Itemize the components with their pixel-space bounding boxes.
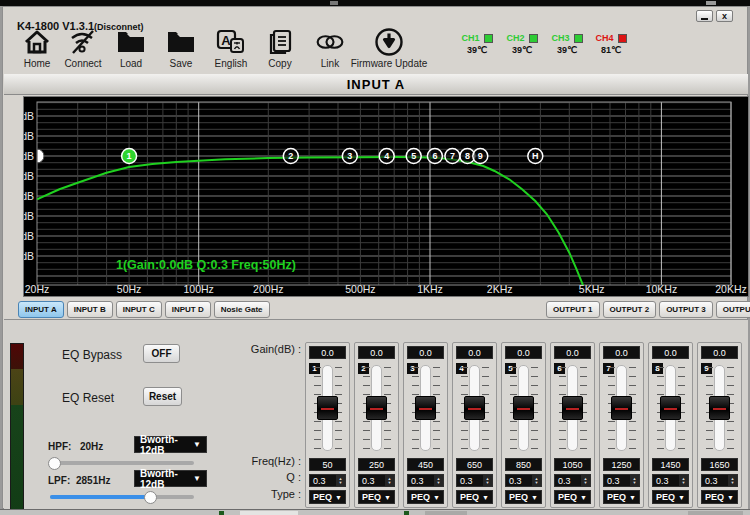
tab-output-3[interactable]: OUTPUT 3 (659, 301, 713, 318)
spinner-arrows-icon[interactable]: ▲▼ (483, 475, 492, 486)
band-gain-display: 0.0 (652, 346, 689, 359)
svg-text:10KHz: 10KHz (646, 283, 678, 295)
lpf-slider-thumb[interactable] (144, 491, 157, 504)
background-decoration (330, 1, 338, 5)
eq-point-2[interactable]: 2 (283, 149, 298, 164)
tab-output-2[interactable]: OUTPUT 2 (603, 301, 657, 318)
eq-bypass-button[interactable]: OFF (143, 344, 180, 363)
band-gain-fader-knob[interactable] (366, 396, 387, 420)
eq-point-3[interactable]: 3 (342, 149, 357, 164)
home-icon (22, 27, 52, 57)
band-q-spinner[interactable]: 0.3 ▲▼ (701, 474, 738, 487)
q-column-label: Q : (286, 471, 301, 483)
svg-text:-18dB: -18dB (24, 210, 34, 222)
eq-point-4[interactable]: 4 (379, 149, 394, 164)
level-meter-green-zone (11, 405, 23, 514)
band-q-spinner[interactable]: 0.3 ▲▼ (407, 474, 444, 487)
tab-input-d[interactable]: INPUT D (165, 301, 211, 318)
svg-text:5: 5 (411, 151, 416, 161)
input-tab-row: INPUT AINPUT BINPUT CINPUT DNosie Gate (18, 301, 270, 318)
svg-text:A: A (221, 33, 231, 48)
band-gain-fader-knob[interactable] (415, 396, 436, 420)
band-q-spinner[interactable]: 0.3 ▲▼ (603, 474, 640, 487)
band-gain-fader-knob[interactable] (709, 396, 730, 420)
band-q-spinner[interactable]: 0.3 ▲▼ (309, 474, 346, 487)
band-q-spinner[interactable]: 0.3 ▲▼ (652, 474, 689, 487)
band-gain-fader-knob[interactable] (464, 396, 485, 420)
tab-input-b[interactable]: INPUT B (67, 301, 113, 318)
spinner-arrows-icon[interactable]: ▲▼ (630, 475, 639, 486)
toolbar-button-load[interactable]: Load (105, 27, 157, 73)
band-gain-fader-knob[interactable] (513, 396, 534, 420)
band-q-spinner[interactable]: 0.3 ▲▼ (456, 474, 493, 487)
chevron-down-icon: ▼ (193, 474, 201, 483)
band-gain-fader-knob[interactable] (562, 396, 583, 420)
eq-graph-svg: 12dB6dB0dB-6dB-12dB-18dB-24dB-30dB20Hz50… (24, 97, 750, 298)
spinner-arrows-icon[interactable]: ▲▼ (532, 475, 541, 486)
band-type-select[interactable]: PEQ ▼ (652, 490, 689, 504)
hpf-slider-track[interactable] (50, 461, 194, 465)
hpf-filter-select[interactable]: Bworth-12dB▼ (134, 436, 207, 453)
toolbar-button-copy[interactable]: Copy (254, 27, 306, 73)
tab-output-1[interactable]: OUTPUT 1 (546, 301, 600, 318)
spinner-arrows-icon[interactable]: ▲▼ (728, 475, 737, 486)
band-type-select[interactable]: PEQ ▼ (456, 490, 493, 504)
chevron-down-icon: ▼ (580, 494, 587, 501)
spinner-arrows-icon[interactable]: ▲▼ (679, 475, 688, 486)
band-gain-display: 0.0 (456, 346, 493, 359)
spinner-arrows-icon[interactable]: ▲▼ (581, 475, 590, 486)
band-q-spinner[interactable]: 0.3 ▲▼ (505, 474, 542, 487)
channel-status-led (484, 34, 493, 43)
band-gain-fader-knob[interactable] (660, 396, 681, 420)
eq-point-1[interactable]: 1 (122, 149, 137, 164)
toolbar-button-connect[interactable]: Connect (57, 27, 109, 73)
band-q-spinner[interactable]: 0.3 ▲▼ (358, 474, 395, 487)
tab-input-c[interactable]: INPUT C (116, 301, 162, 318)
band-type-select[interactable]: PEQ ▼ (701, 490, 738, 504)
band-type-select[interactable]: PEQ ▼ (358, 490, 395, 504)
tab-output-4[interactable]: OUTPUT 4 (716, 301, 750, 318)
load-icon (116, 27, 146, 57)
channel-status-ch1: CH1 39℃ (455, 33, 499, 55)
eq-graph[interactable]: 12dB6dB0dB-6dB-12dB-18dB-24dB-30dB20Hz50… (23, 96, 749, 297)
spinner-arrows-icon[interactable]: ▲▼ (336, 475, 345, 486)
spinner-arrows-icon[interactable]: ▲▼ (434, 475, 443, 486)
hpf-label: HPF: (48, 441, 71, 452)
toolbar-button-save[interactable]: Save (155, 27, 207, 73)
background-decoration (240, 511, 298, 515)
spinner-arrows-icon[interactable]: ▲▼ (385, 475, 394, 486)
level-meter-red-zone (11, 344, 23, 369)
svg-text:0dB: 0dB (24, 150, 34, 162)
band-freq-display: 1650 (701, 458, 738, 471)
minimize-button[interactable] (696, 10, 713, 22)
toolbar-button-firmware-update[interactable]: Firmware Update (343, 27, 435, 73)
band-q-spinner[interactable]: 0.3 ▲▼ (554, 474, 591, 487)
band-type-select[interactable]: PEQ ▼ (554, 490, 591, 504)
band-gain-fader-knob[interactable] (611, 396, 632, 420)
band-type-select[interactable]: PEQ ▼ (505, 490, 542, 504)
eq-point-H[interactable]: H (528, 149, 543, 164)
svg-text:100Hz: 100Hz (184, 283, 214, 295)
lpf-filter-select[interactable]: Bworth-12dB▼ (134, 470, 207, 487)
eq-band-strip-1: 0.0 1 50 0.3 ▲▼ PEQ ▼ (305, 342, 350, 508)
toolbar-button-english[interactable]: A English (205, 27, 257, 73)
band-gain-display: 0.0 (554, 346, 591, 359)
hpf-slider-thumb[interactable] (48, 457, 61, 470)
eq-reset-button[interactable]: Reset (143, 387, 182, 406)
eq-point-9[interactable]: 9 (473, 149, 488, 164)
band-gain-fader-knob[interactable] (317, 396, 338, 420)
toolbar-button-home[interactable]: Home (11, 27, 63, 73)
close-button[interactable]: x (716, 10, 733, 22)
tab-nosie-gate[interactable]: Nosie Gate (214, 301, 270, 318)
band-type-select[interactable]: PEQ ▼ (309, 490, 346, 504)
band-type-select[interactable]: PEQ ▼ (407, 490, 444, 504)
gain-column-label: Gain(dB) : (251, 343, 301, 355)
eq-point-6[interactable]: 6 (427, 149, 442, 164)
band-type-select[interactable]: PEQ ▼ (603, 490, 640, 504)
svg-text:1KHz: 1KHz (417, 283, 443, 295)
band-freq-display: 850 (505, 458, 542, 471)
tab-input-a[interactable]: INPUT A (18, 301, 64, 318)
hpf-edge-marker[interactable] (37, 149, 44, 163)
eq-point-5[interactable]: 5 (406, 149, 421, 164)
eq-point-7[interactable]: 7 (445, 149, 460, 164)
